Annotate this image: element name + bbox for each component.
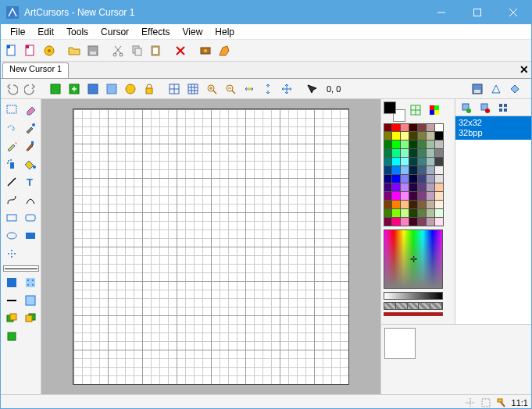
menu-tools[interactable]: Tools [60, 26, 95, 38]
opt-obj-single[interactable] [3, 328, 20, 345]
menu-cursor[interactable]: Cursor [95, 26, 135, 38]
palette-swatch[interactable] [384, 132, 392, 140]
tool-select-rect[interactable] [3, 101, 20, 119]
palette-swatch[interactable] [384, 201, 392, 209]
palette-swatch[interactable] [435, 140, 444, 149]
opt-obj-yellow[interactable] [22, 310, 39, 327]
palette-swatch[interactable] [401, 218, 409, 226]
tool-curve[interactable] [3, 191, 20, 208]
tool-picker[interactable] [22, 119, 39, 137]
close-button[interactable] [495, 1, 531, 24]
palette-swatch[interactable] [435, 132, 444, 140]
palette-swatch[interactable] [427, 175, 435, 183]
palette-swatch[interactable] [418, 123, 427, 132]
palette-swatch[interactable] [401, 192, 409, 201]
pal-color-icon[interactable] [426, 101, 443, 119]
layer-add-icon[interactable] [66, 80, 83, 98]
palette-swatch[interactable] [409, 183, 418, 192]
arrows-icon[interactable] [278, 80, 295, 98]
alpha-bar[interactable] [384, 312, 443, 316]
palette-swatch[interactable] [384, 123, 392, 132]
pal-grid-icon[interactable] [407, 101, 424, 119]
hotspot-icon[interactable] [303, 80, 320, 98]
palette-swatch[interactable] [435, 149, 444, 158]
format-item[interactable]: 32x32 32bpp [455, 116, 531, 140]
tool-arc[interactable] [22, 191, 39, 208]
cut-icon[interactable] [109, 42, 127, 59]
layer-props-icon[interactable] [84, 80, 102, 98]
rotate-pal-icon[interactable] [506, 80, 523, 98]
help-icon[interactable] [216, 42, 233, 59]
new-lib-icon[interactable] [22, 42, 39, 59]
palette-swatch[interactable] [392, 209, 401, 218]
palette-swatch[interactable] [401, 123, 409, 132]
palette-swatch[interactable] [427, 201, 435, 209]
palette-swatch[interactable] [435, 201, 444, 209]
layer-green-icon[interactable] [47, 80, 64, 98]
palette-swatch[interactable] [427, 218, 435, 226]
color-palette[interactable] [384, 123, 452, 226]
tool-fillrect[interactable] [22, 227, 39, 244]
save-pal-icon[interactable] [469, 80, 486, 98]
palette-swatch[interactable] [401, 183, 409, 192]
palette-swatch[interactable] [384, 209, 392, 218]
fmt-del-icon[interactable] [476, 99, 493, 116]
palette-swatch[interactable] [401, 132, 409, 140]
palette-swatch[interactable] [427, 166, 435, 175]
palette-swatch[interactable] [435, 183, 444, 192]
palette-swatch[interactable] [392, 132, 401, 140]
palette-swatch[interactable] [401, 149, 409, 158]
zoom-in-icon[interactable] [203, 80, 220, 98]
palette-swatch[interactable] [392, 175, 401, 183]
minimize-button[interactable] [423, 1, 459, 24]
tool-brush[interactable] [22, 137, 39, 155]
palette-swatch[interactable] [435, 218, 444, 226]
copy-icon[interactable] [128, 42, 145, 59]
tool-freehand[interactable] [3, 119, 20, 137]
zoom-out-icon[interactable] [222, 80, 239, 98]
palette-swatch[interactable] [427, 149, 435, 158]
color-picker-rainbow[interactable] [384, 229, 443, 289]
line-weight[interactable] [3, 265, 39, 272]
tool-rrect[interactable] [22, 209, 39, 226]
palette-swatch[interactable] [401, 166, 409, 175]
palette-swatch[interactable] [409, 201, 418, 209]
resize-icon[interactable] [480, 397, 491, 408]
palette-swatch[interactable] [435, 166, 444, 175]
palette-swatch[interactable] [409, 140, 418, 149]
fmt-add-icon[interactable] [457, 99, 474, 116]
tool-text[interactable]: T [22, 173, 39, 190]
delete-icon[interactable] [172, 42, 189, 59]
palette-swatch[interactable] [392, 140, 401, 149]
tab-close-icon[interactable]: ✕ [520, 63, 529, 76]
maximize-button[interactable] [459, 1, 495, 24]
palette-swatch[interactable] [409, 209, 418, 218]
palette-swatch[interactable] [409, 175, 418, 183]
palette-swatch[interactable] [435, 123, 444, 132]
layer-icon[interactable] [103, 80, 120, 98]
palette-swatch[interactable] [409, 132, 418, 140]
tool-spray[interactable] [3, 155, 20, 172]
palette-swatch[interactable] [418, 132, 427, 140]
palette-swatch[interactable] [427, 183, 435, 192]
palette-swatch[interactable] [409, 149, 418, 158]
palette-swatch[interactable] [384, 140, 392, 149]
palette-swatch[interactable] [435, 175, 444, 183]
layer-lock-icon[interactable] [141, 80, 158, 98]
palette-swatch[interactable] [427, 140, 435, 149]
palette-swatch[interactable] [409, 166, 418, 175]
palette-swatch[interactable] [409, 192, 418, 201]
menu-view[interactable]: View [177, 26, 209, 38]
layer-mask-icon[interactable] [122, 80, 139, 98]
palette-swatch[interactable] [435, 209, 444, 218]
palette-swatch[interactable] [392, 218, 401, 226]
palette-swatch[interactable] [409, 218, 418, 226]
palette-swatch[interactable] [384, 218, 392, 226]
tool-eraser[interactable] [22, 101, 39, 119]
menu-file[interactable]: File [4, 26, 31, 38]
palette-swatch[interactable] [427, 132, 435, 140]
palette-swatch[interactable] [418, 218, 427, 226]
palette-swatch[interactable] [418, 175, 427, 183]
save-icon[interactable] [84, 42, 102, 59]
menu-edit[interactable]: Edit [31, 26, 60, 38]
